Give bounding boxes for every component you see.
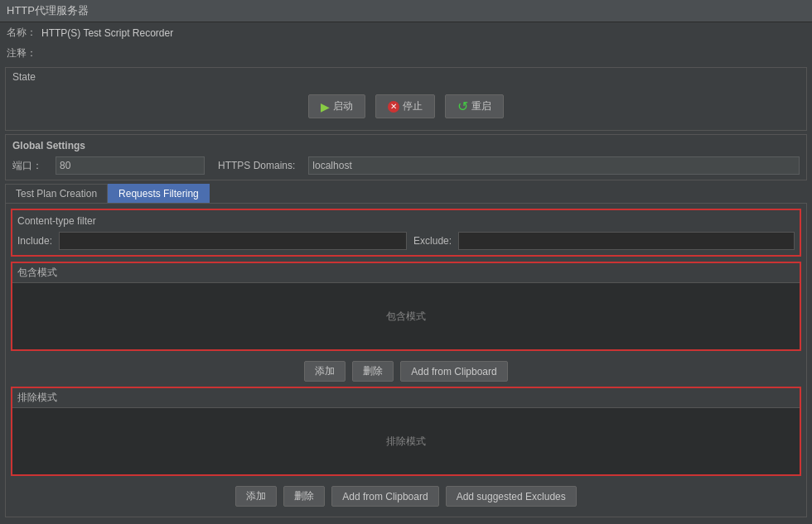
- title-bar: HTTP代理服务器: [0, 0, 812, 22]
- state-title: State: [12, 71, 800, 83]
- exclude-clipboard-button[interactable]: Add from Clipboard: [331, 486, 438, 507]
- exclude-pattern-buttons: 添加 删除 Add from Clipboard Add suggested E…: [11, 481, 801, 512]
- exclude-patterns-body: 排除模式: [12, 408, 800, 474]
- filter-inputs-row: Include: Exclude:: [17, 232, 795, 250]
- stop-icon: ✕: [388, 101, 399, 113]
- include-pattern-buttons: 添加 删除 Add from Clipboard: [11, 356, 801, 387]
- exclude-patterns-header: 排除模式: [12, 388, 800, 408]
- stop-button[interactable]: ✕ 停止: [375, 94, 435, 118]
- exclude-label: Exclude:: [413, 235, 452, 247]
- include-label: Include:: [17, 235, 52, 247]
- title-text: HTTP代理服务器: [7, 4, 89, 17]
- https-label: HTTPS Domains:: [218, 160, 295, 171]
- start-label: 启动: [333, 99, 353, 113]
- exclude-delete-label: 删除: [294, 490, 314, 502]
- content-type-filter-title: Content-type filter: [17, 215, 795, 227]
- include-input[interactable]: [59, 232, 407, 250]
- port-input[interactable]: [56, 156, 205, 175]
- exclude-patterns-section: 排除模式 排除模式: [11, 387, 801, 476]
- name-value: HTTP(S) Test Script Recorder: [41, 27, 173, 39]
- start-icon: ▶: [321, 100, 330, 113]
- https-input[interactable]: [308, 156, 800, 175]
- comment-label: 注释：: [7, 46, 36, 60]
- exclude-suggested-button[interactable]: Add suggested Excludes: [446, 486, 577, 507]
- tab-requests-filtering[interactable]: Requests Filtering: [108, 184, 210, 203]
- exclude-patterns-placeholder: 排除模式: [386, 435, 426, 449]
- include-patterns-placeholder: 包含模式: [386, 310, 426, 324]
- exclude-input[interactable]: [458, 232, 795, 250]
- tab-content: Content-type filter Include: Exclude: 包含…: [5, 203, 807, 517]
- global-settings-title: Global Settings: [12, 140, 800, 151]
- exclude-add-button[interactable]: 添加: [235, 486, 277, 507]
- global-settings-section: Global Settings 端口： HTTPS Domains:: [5, 134, 807, 180]
- state-section: State ▶ 启动 ✕ 停止 ↺ 重启: [5, 67, 807, 131]
- exclude-add-label: 添加: [246, 490, 266, 502]
- include-patterns-header: 包含模式: [12, 263, 800, 283]
- exclude-patterns-title: 排除模式: [17, 392, 57, 403]
- tab-requests-filtering-label: Requests Filtering: [118, 188, 199, 200]
- tab-test-plan-label: Test Plan Creation: [16, 188, 97, 200]
- start-button[interactable]: ▶ 启动: [308, 94, 365, 118]
- tab-test-plan[interactable]: Test Plan Creation: [5, 184, 108, 203]
- restart-label: 重启: [471, 99, 491, 113]
- restart-icon: ↺: [457, 99, 468, 114]
- include-patterns-title: 包含模式: [17, 267, 57, 278]
- include-add-label: 添加: [315, 365, 335, 377]
- exclude-delete-button[interactable]: 删除: [283, 486, 325, 507]
- include-clipboard-label: Add from Clipboard: [411, 366, 496, 377]
- tabs-row: Test Plan Creation Requests Filtering: [5, 184, 807, 203]
- include-add-button[interactable]: 添加: [304, 361, 346, 382]
- content-type-filter: Content-type filter Include: Exclude:: [11, 209, 801, 257]
- exclude-clipboard-label: Add from Clipboard: [342, 491, 428, 502]
- name-label: 名称：: [7, 26, 36, 40]
- comment-row: 注释：: [0, 43, 812, 64]
- include-patterns-body: 包含模式: [12, 283, 800, 349]
- include-delete-button[interactable]: 删除: [352, 361, 394, 382]
- include-patterns-section: 包含模式 包含模式: [11, 262, 801, 351]
- control-buttons: ▶ 启动 ✕ 停止 ↺ 重启: [12, 89, 800, 123]
- settings-row: 端口： HTTPS Domains:: [12, 156, 800, 175]
- include-delete-label: 删除: [363, 365, 383, 377]
- name-row: 名称： HTTP(S) Test Script Recorder: [0, 22, 812, 43]
- exclude-suggested-label: Add suggested Excludes: [457, 491, 566, 502]
- port-label: 端口：: [12, 159, 42, 173]
- stop-label: 停止: [403, 99, 423, 113]
- include-clipboard-button[interactable]: Add from Clipboard: [400, 361, 507, 382]
- restart-button[interactable]: ↺ 重启: [445, 94, 504, 118]
